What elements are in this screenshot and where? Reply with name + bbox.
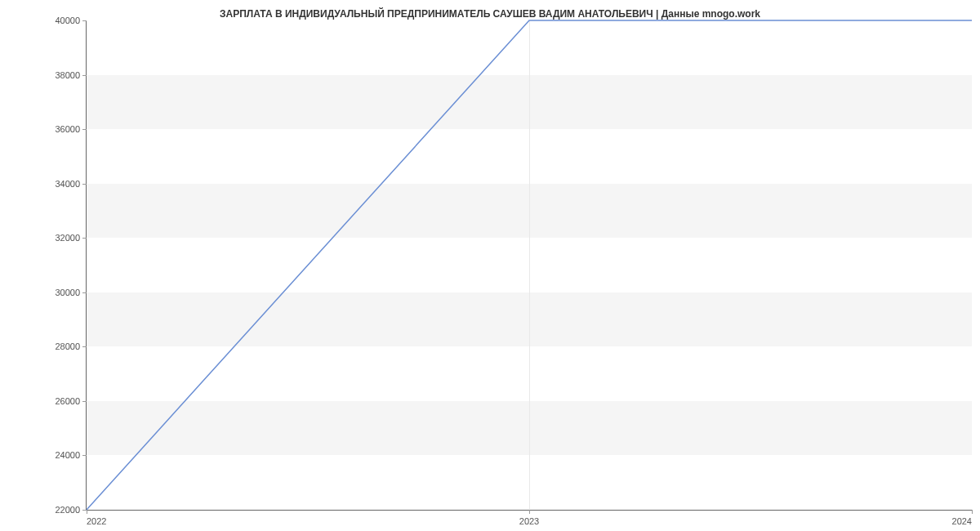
y-tick-label: 26000 — [55, 396, 80, 406]
y-tick-label: 28000 — [55, 341, 80, 351]
y-tick-label: 32000 — [55, 233, 80, 243]
chart-area: 2200024000260002800030000320003400036000… — [86, 20, 972, 511]
y-tick-label: 24000 — [55, 450, 80, 460]
chart-line — [87, 20, 972, 510]
y-tick-label: 40000 — [55, 16, 80, 25]
y-tick-label: 34000 — [55, 179, 80, 189]
x-tick-label: 2023 — [519, 516, 539, 526]
x-tick-mark — [529, 510, 530, 514]
plot-area: 2200024000260002800030000320003400036000… — [86, 20, 972, 511]
chart-title: ЗАРПЛАТА В ИНДИВИДУАЛЬНЫЙ ПРЕДПРИНИМАТЕЛ… — [0, 8, 980, 20]
y-tick-label: 38000 — [55, 70, 80, 80]
y-tick-label: 30000 — [55, 288, 80, 297]
x-tick-mark — [87, 510, 87, 514]
y-tick-label: 36000 — [55, 124, 80, 134]
x-tick-label: 2022 — [87, 516, 106, 526]
y-tick-label: 22000 — [55, 505, 80, 515]
x-tick-mark — [972, 510, 973, 514]
x-tick-label: 2024 — [952, 516, 972, 526]
